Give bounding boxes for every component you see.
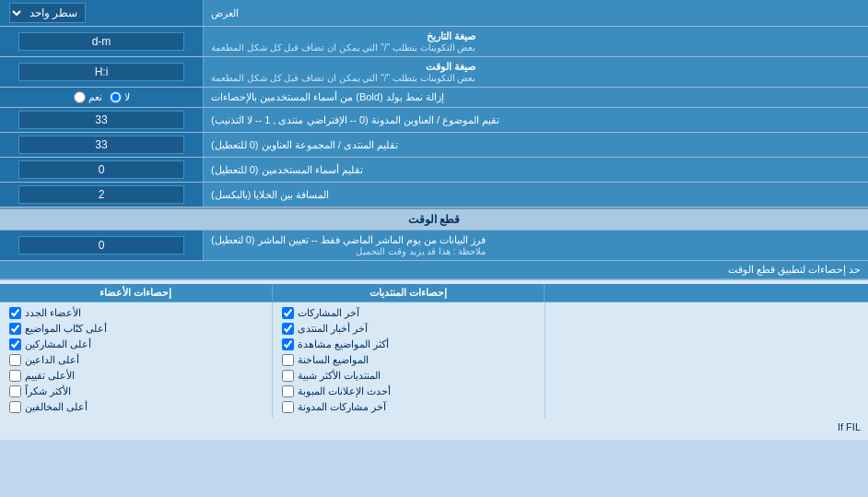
checkbox-title-row: إحصاءات المنتديات إحصاءات الأعضاء (0, 284, 868, 302)
checkbox-new-members[interactable] (9, 307, 21, 319)
realtime-input-cell (0, 231, 203, 260)
users-order-input-cell (0, 158, 203, 182)
checkbox-highest-rated[interactable] (9, 370, 21, 382)
check-item: آخر مشاركات المدونة (282, 399, 535, 415)
checkbox-top-violators[interactable] (9, 401, 21, 413)
check-item: المواضيع الساخنة (282, 352, 535, 368)
checkbox-top-topic-writers[interactable] (9, 323, 21, 335)
display-label: العرض (203, 0, 868, 26)
bold-yes-radio[interactable] (74, 91, 86, 103)
check-item: المنتديات الأكثر شبية (282, 368, 535, 384)
users-order-label: تقليم أسماء المستخدمين (0 للتعطيل) (203, 158, 868, 182)
time-format-input-cell (0, 57, 203, 87)
realtime-label: فرز البيانات من يوم الماشر الماضي فقط --… (203, 231, 868, 260)
time-format-input[interactable] (18, 63, 184, 81)
forum-order-input-cell (0, 133, 203, 157)
check-item: الأعلى تقييم (9, 368, 263, 384)
checkbox-latest-ads[interactable] (282, 385, 294, 397)
checkbox-forum-news[interactable] (282, 323, 294, 335)
checkbox-hot-topics[interactable] (282, 354, 294, 366)
date-format-input[interactable] (18, 32, 184, 51)
realtime-input[interactable] (18, 236, 184, 254)
check-item: الأعضاء الجدد (9, 305, 263, 321)
check-item: أعلى المخالفين (9, 399, 263, 415)
cell-spacing-label: المسافة بين الخلايا (بالبكسل) (203, 183, 868, 207)
checkbox-top-posters[interactable] (9, 338, 21, 350)
bold-yes-label[interactable]: نعم (74, 91, 102, 103)
topics-order-label: تقيم الموضوع / العناوين المدونة (0 -- ال… (203, 108, 868, 132)
checkbox-title-col1 (544, 284, 868, 302)
topics-order-input-cell (0, 108, 203, 132)
bold-no-label[interactable]: لا (110, 91, 130, 103)
cell-spacing-input[interactable] (18, 185, 184, 204)
checkbox-most-similar-forums[interactable] (282, 370, 294, 382)
if-fil-text: If FIL (0, 418, 868, 436)
topics-order-input[interactable] (18, 111, 184, 129)
time-format-label: صيغة الوقت بعض التكوينات يتطلب "/" التي … (203, 57, 868, 87)
check-item: أعلى المشاركين (9, 337, 263, 352)
realtime-section-header: قطع الوقت (0, 207, 868, 231)
checkbox-title-col3: إحصاءات الأعضاء (0, 284, 272, 302)
checkbox-col-empty (545, 302, 868, 418)
checkbox-col-forums: آخر المشاركات آخر أخبار المنتدى أكثر الم… (272, 302, 545, 418)
cell-spacing-input-cell (0, 183, 203, 207)
check-item: آخر أخبار المنتدى (282, 321, 535, 337)
checkboxes-container: آخر المشاركات آخر أخبار المنتدى أكثر الم… (0, 302, 868, 418)
checkbox-most-thanked[interactable] (9, 385, 21, 397)
check-item: أحدث الإعلانات المبوبة (282, 384, 535, 399)
bold-no-radio[interactable] (110, 91, 122, 103)
checkbox-last-posts[interactable] (282, 307, 294, 319)
checkbox-top-inviters[interactable] (9, 354, 21, 366)
forum-order-label: تقليم المنتدى / المجموعة العناوين (0 للت… (203, 133, 868, 157)
date-format-label: صيغة التاريخ بعض التكوينات يتطلب "/" الت… (203, 27, 868, 56)
checkbox-section: إحصاءات المنتديات إحصاءات الأعضاء آخر ال… (0, 279, 868, 440)
bold-remove-label: إزالة نمط بولد (Bold) من أسماء المستخدمي… (203, 88, 868, 107)
forum-order-input[interactable] (18, 136, 184, 154)
checkbox-most-viewed[interactable] (282, 338, 294, 350)
check-item: أعلى كتّاب المواضيع (9, 321, 263, 337)
checkbox-blog-posts[interactable] (282, 401, 294, 413)
display-input-cell: سطر واحد سطرين ثلاثة أسطر (0, 0, 203, 26)
check-item: أكثر المواضيع مشاهدة (282, 337, 535, 352)
check-item: الأكثر شكراً (9, 384, 263, 399)
limit-row: حد إحصاءات لتطبيق قطع الوقت (0, 261, 868, 279)
checkbox-title-col2: إحصاءات المنتديات (272, 284, 545, 302)
checkbox-col-members: الأعضاء الجدد أعلى كتّاب المواضيع أعلى ا… (0, 302, 272, 418)
display-select[interactable]: سطر واحد سطرين ثلاثة أسطر (9, 3, 86, 23)
users-order-input[interactable] (18, 160, 184, 179)
check-item: آخر المشاركات (282, 305, 535, 321)
date-format-input-cell (0, 27, 203, 56)
check-item: أعلى الداعين (9, 352, 263, 368)
bold-remove-options: لا نعم (0, 88, 203, 107)
